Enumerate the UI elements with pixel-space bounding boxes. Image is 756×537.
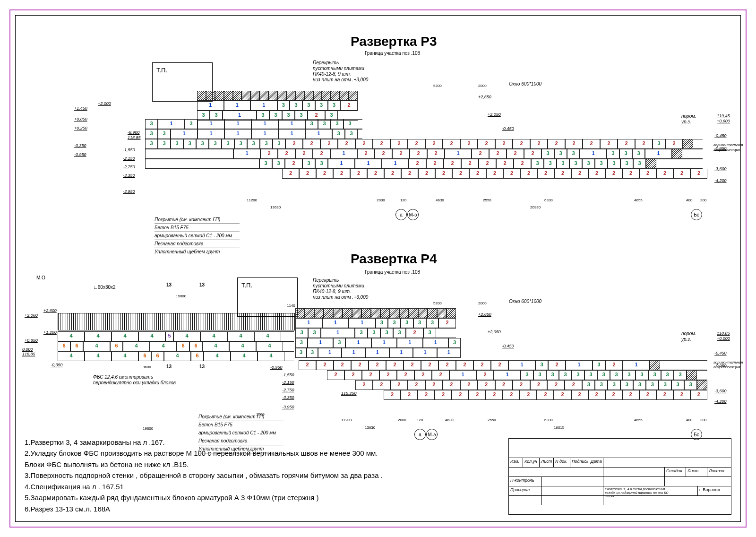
dim-p3-b2: 120	[400, 198, 406, 202]
elev-p4-l6: +1,200	[43, 330, 57, 335]
dim-p4-b1: 3600	[143, 365, 151, 369]
elev-p4-m2: -2,150	[282, 380, 294, 385]
elev-p4-fr1: +0,000	[717, 336, 730, 341]
dim-p3-t1: 2000	[478, 84, 487, 88]
dim-p3-b4: 2550	[483, 198, 491, 202]
note-2b: Блоки ФБС выполнять из бетона не ниже кл…	[25, 459, 488, 470]
dim-p4-b0: 19800	[143, 426, 153, 431]
dim-p4-t1: 1140	[287, 303, 295, 308]
elev-p3-l1: +0,850	[74, 117, 87, 121]
drawing-p3-upper: 111333332 331333323	[197, 91, 589, 121]
angle-label: ∟60х30х2	[93, 285, 116, 290]
elev-p3-m3: -2,150	[123, 156, 135, 161]
window-callout-p3: Окно 600*1000	[509, 81, 541, 87]
axis-me-p3: М-э	[407, 209, 419, 220]
legend-p3: Покрытие (см. комплект ГП) Бетон В15 F75…	[155, 216, 240, 256]
note-6: 6.Разрез 13-13 см.л. 168А	[25, 504, 488, 515]
elev-p3-r2: -0,450	[502, 126, 514, 131]
elev-p3-m0: -8,900	[128, 130, 140, 135]
elev-p3-r3: -0,450	[714, 133, 727, 138]
section-13-c: 13	[166, 364, 172, 369]
dim-p3-b3: 4630	[436, 198, 444, 202]
drawing-p4-upper: 111333332 331333323 31311113 33111111	[295, 308, 588, 358]
title-p4: Развертка Р4	[351, 251, 437, 267]
note-5: 5.Заармировать каждый ряд фундаментных б…	[25, 493, 488, 503]
window-callout-p4: Окно 600*1000	[509, 299, 541, 304]
dim-p4-b9: 4655	[634, 418, 643, 422]
waterproof-p3: горизонтальная гидроизоляция	[713, 143, 743, 152]
elev-p4-r0: +2,650	[478, 312, 491, 317]
elev-p4-l1: +0,850	[25, 338, 38, 343]
elev-p4-r5: -3,600	[714, 389, 727, 393]
elev-p3-fr0: 119,45	[717, 113, 730, 118]
elev-p4-r2: -0,450	[502, 344, 514, 348]
cover-slab-callout-p3: Перекрыть пустотными плитами ПК40-12-8, …	[313, 60, 368, 83]
boundary-label-p4: Граница участка поз .108	[365, 269, 420, 275]
notes-block: 1.Развертки 3, 4 замаркированы на л .167…	[25, 437, 488, 515]
drawing-p4-stepped: 2222222222221321321 22222221213333333333…	[299, 360, 700, 400]
elev-p4-m6: 115,250	[341, 391, 357, 396]
drawing-p4-left-blocks: 444454444 66464466444 4446646444	[58, 331, 294, 361]
dim-p3-b7: 400	[686, 198, 692, 202]
title-block: Изм. Кол.уч Лист N док. Подпись Дата Ста…	[508, 438, 731, 515]
drawing-p3-main: 31311113333 3311111133 333333333332 2222…	[145, 119, 731, 179]
elev-p3-r5: -3,600	[714, 166, 727, 171]
elev-p4-l5: +2,600	[43, 308, 57, 313]
elev-p3-l4: -0,950	[74, 152, 86, 157]
section-13-d: 13	[199, 364, 205, 369]
dim-p4-b8: 6330	[544, 418, 553, 422]
elev-p3-l0: +1,450	[74, 106, 87, 111]
mo-label: М.О.	[36, 275, 47, 280]
elev-p4-m4: -3,350	[282, 395, 294, 400]
section-13-a: 13	[166, 282, 172, 287]
fbs-note: ФБС 12,4,6 смонтировать перпендикулярно …	[93, 374, 176, 386]
elev-p3-r1: +2,050	[488, 112, 501, 117]
boundary-label-p3: Граница участка поз .108	[365, 51, 420, 56]
note-3: 3.Поверхность подпорной стенки , обращен…	[25, 470, 488, 481]
elev-p3-m2: -1,550	[123, 147, 135, 152]
dim-p4-b5: 120	[417, 418, 423, 422]
elev-p4-r6: -4,200	[714, 399, 727, 404]
elev-p4-m0: -0,950	[270, 365, 283, 370]
note-4: 4.Спецификация на л . 167,51	[25, 482, 488, 493]
dim-p4-bt1: 16015	[554, 425, 564, 430]
tp-box-p4: Т.П.	[237, 277, 298, 317]
dim-p4-t2: 5200	[433, 301, 442, 305]
elev-p4-r1: +2,050	[488, 329, 501, 334]
elev-p4-m1: -1,550	[282, 372, 294, 377]
dim-p4-b3: 11200	[341, 418, 352, 422]
pokr-ur-p3: пором. ур.з.	[681, 113, 696, 125]
elev-p3-m6: -3,950	[123, 189, 135, 194]
elev-p3-l3: -0,350	[74, 143, 86, 148]
waterproof-p4: горизонтальная гидроизоляция	[713, 360, 743, 369]
note-2: 2.Укладку блоков ФБС производить на раст…	[25, 448, 488, 459]
dim-p3-bt1: 20930	[530, 205, 541, 209]
elev-p4-m3: -2,750	[282, 388, 294, 392]
elev-p4-m5: -3,950	[282, 405, 294, 409]
elev-p3-l2: +0,250	[74, 126, 87, 130]
elev-p3-r0: +2,650	[478, 95, 491, 99]
elev-p3-m1: 118,85	[128, 135, 141, 140]
dim-p4-t3: 2000	[478, 301, 487, 305]
elev-p4-fr0: 118,85	[717, 331, 730, 336]
dim-p3-bt0: 13630	[270, 205, 281, 209]
dim-p3-b5: 6330	[544, 198, 553, 202]
pokr-ur-p4: пором. ур.з.	[681, 331, 696, 342]
dim-p3-b1: 2000	[377, 198, 385, 202]
section-13-b: 13	[199, 282, 205, 287]
elev-p3-r6: -4,200	[714, 178, 727, 183]
elev-p3-m4: -2,750	[123, 165, 135, 169]
elev-p4-l4: -0,350	[51, 363, 63, 367]
dim-p3-b0: 11200	[247, 198, 257, 202]
drawing-p4-fence	[58, 313, 294, 329]
note-1: 1.Развертки 3, 4 замаркированы на л .167…	[25, 437, 488, 448]
elev-p3-m5: -3,350	[123, 173, 135, 178]
elev-p3-l5: +2,000	[98, 101, 111, 106]
dim-p4-t0: 19800	[176, 294, 186, 298]
elev-p4-r3: -0,450	[714, 351, 727, 355]
dim-p4-b4: 2000	[398, 418, 406, 422]
dim-p4-bt0: 13630	[365, 425, 375, 430]
axis-a-p3: a	[395, 209, 407, 220]
dim-p4-b6: 4630	[445, 418, 454, 422]
dim-p4-b10: 400	[686, 418, 692, 422]
